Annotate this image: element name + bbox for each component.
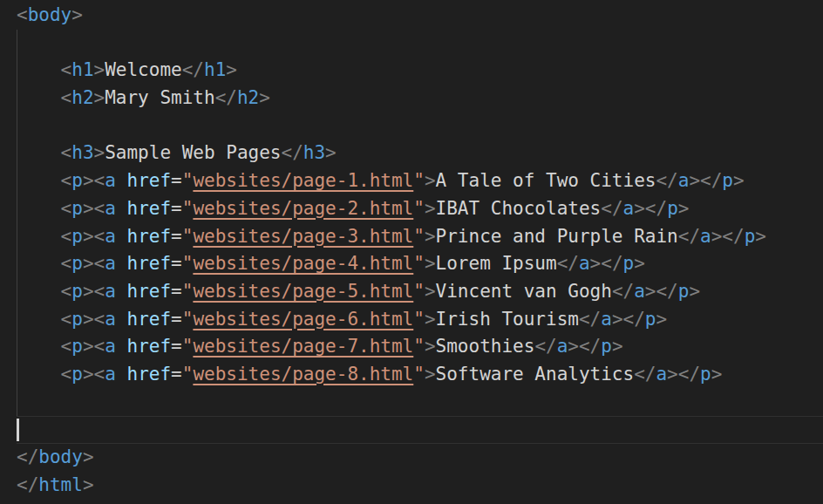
code-line[interactable]: <p><a href="websites/page-8.html">Softwa… xyxy=(17,361,823,389)
code-token-tag: h3 xyxy=(303,142,325,163)
code-token-tag: a xyxy=(601,309,612,330)
code-token-tag: h1 xyxy=(71,59,93,80)
document-link[interactable]: websites/page-2.html xyxy=(193,198,413,219)
code-token-punct: > xyxy=(425,170,436,191)
code-token-attr: href xyxy=(127,336,172,357)
code-token-tag: p xyxy=(601,336,612,357)
code-line[interactable] xyxy=(17,112,823,140)
code-line[interactable] xyxy=(17,389,823,417)
code-token-punct: < xyxy=(61,253,72,274)
code-token-attr: href xyxy=(127,170,172,191)
code-token-tag: p xyxy=(745,226,756,247)
code-token-str: " xyxy=(182,309,194,330)
code-token-plain xyxy=(17,142,61,163)
code-token-punct: </ xyxy=(281,142,303,163)
code-token-tag: a xyxy=(105,364,116,385)
document-link[interactable]: websites/page-3.html xyxy=(193,226,413,247)
document-link[interactable]: websites/page-6.html xyxy=(193,309,413,330)
code-token-punct: >< xyxy=(83,253,105,274)
code-token-punct: > xyxy=(226,59,237,80)
code-token-punct: ></ xyxy=(667,364,700,385)
code-token-tag: a xyxy=(634,281,645,302)
code-lines: <body> <h1>Welcome</h1> <h2>Mary Smith</… xyxy=(17,2,823,499)
code-token-punct: >< xyxy=(83,336,105,357)
code-token-plain xyxy=(116,364,127,385)
code-token-punct: > xyxy=(733,170,745,191)
code-line[interactable]: <h1>Welcome</h1> xyxy=(17,57,823,85)
code-token-punct: < xyxy=(61,142,72,163)
code-token-tag: a xyxy=(105,336,116,357)
code-token-plain xyxy=(17,59,61,80)
code-token-plain xyxy=(116,198,127,219)
code-token-attr: href xyxy=(127,309,172,330)
code-token-punct: > xyxy=(425,336,436,357)
code-token-plain xyxy=(17,87,61,108)
code-token-punct: > xyxy=(83,474,94,495)
code-token-punct: </ xyxy=(182,59,204,80)
code-token-punct: < xyxy=(61,59,72,80)
code-token-eq: = xyxy=(171,336,182,357)
code-token-str: " xyxy=(182,198,194,219)
code-token-tag: a xyxy=(105,253,116,274)
code-token-punct: < xyxy=(61,198,72,219)
code-line[interactable]: <p><a href="websites/page-2.html">IBAT C… xyxy=(17,195,823,223)
code-token-punct: > xyxy=(689,281,700,302)
code-token-punct: </ xyxy=(557,253,579,274)
code-token-punct: ></ xyxy=(634,198,667,219)
code-line[interactable]: <h3>Sample Web Pages</h3> xyxy=(17,140,823,167)
code-line[interactable]: <p><a href="websites/page-4.html">Lorem … xyxy=(17,250,823,278)
code-line[interactable]: </body> xyxy=(17,444,823,472)
code-token-plain: IBAT Chocolates xyxy=(436,198,602,219)
code-line[interactable]: <body> xyxy=(17,2,823,30)
code-token-tag: h1 xyxy=(204,59,226,80)
code-token-punct: > xyxy=(71,4,83,25)
code-line[interactable]: <h2>Mary Smith</h2> xyxy=(17,85,823,112)
code-line[interactable]: <p><a href="websites/page-1.html">A Tale… xyxy=(17,167,823,195)
document-link[interactable]: websites/page-7.html xyxy=(193,336,413,357)
code-token-plain xyxy=(116,226,127,247)
code-editor[interactable]: <body> <h1>Welcome</h1> <h2>Mary Smith</… xyxy=(0,0,823,504)
code-line[interactable]: <p><a href="websites/page-6.html">Irish … xyxy=(17,306,823,334)
code-token-str: " xyxy=(182,226,194,247)
code-line[interactable]: <p><a href="websites/page-7.html">Smooth… xyxy=(17,333,823,361)
code-line[interactable]: </html> xyxy=(17,472,823,500)
code-line[interactable]: <p><a href="websites/page-3.html">Prince… xyxy=(17,223,823,251)
code-line[interactable] xyxy=(17,30,823,58)
code-line[interactable]: <p><a href="websites/page-5.html">Vincen… xyxy=(17,278,823,306)
document-link[interactable]: websites/page-1.html xyxy=(193,170,413,191)
code-token-punct: >< xyxy=(83,170,105,191)
code-token-attr: href xyxy=(127,281,172,302)
code-token-plain xyxy=(17,309,61,330)
code-token-str: " xyxy=(413,336,425,357)
document-link[interactable]: websites/page-5.html xyxy=(193,281,413,302)
code-token-punct: </ xyxy=(612,281,634,302)
code-token-punct: >< xyxy=(83,198,105,219)
code-token-punct: > xyxy=(425,281,436,302)
code-token-tag: a xyxy=(105,198,116,219)
code-token-tag: p xyxy=(71,309,83,330)
code-token-punct: < xyxy=(61,336,72,357)
code-line-current[interactable] xyxy=(17,416,823,444)
code-token-eq: = xyxy=(171,364,182,385)
code-token-tag: a xyxy=(656,364,667,385)
code-token-punct: </ xyxy=(534,336,556,357)
code-token-punct: > xyxy=(755,226,766,247)
code-token-punct: < xyxy=(61,170,72,191)
code-token-plain xyxy=(17,336,61,357)
code-token-plain xyxy=(116,170,127,191)
code-token-punct: ></ xyxy=(612,309,645,330)
code-token-plain: Lorem Ipsum xyxy=(436,253,557,274)
code-token-attr: href xyxy=(127,226,172,247)
code-token-plain xyxy=(17,170,61,191)
code-token-tag: a xyxy=(579,253,590,274)
code-token-tag: p xyxy=(645,309,656,330)
code-token-tag: a xyxy=(557,336,568,357)
code-token-tag: p xyxy=(71,198,83,219)
code-token-punct: < xyxy=(61,364,72,385)
document-link[interactable]: websites/page-4.html xyxy=(193,253,413,274)
code-token-eq: = xyxy=(171,198,182,219)
code-token-plain: A Tale of Two Cities xyxy=(436,170,656,191)
document-link[interactable]: websites/page-8.html xyxy=(193,364,413,385)
code-token-plain: Welcome xyxy=(105,59,182,80)
code-token-punct: </ xyxy=(17,474,38,495)
